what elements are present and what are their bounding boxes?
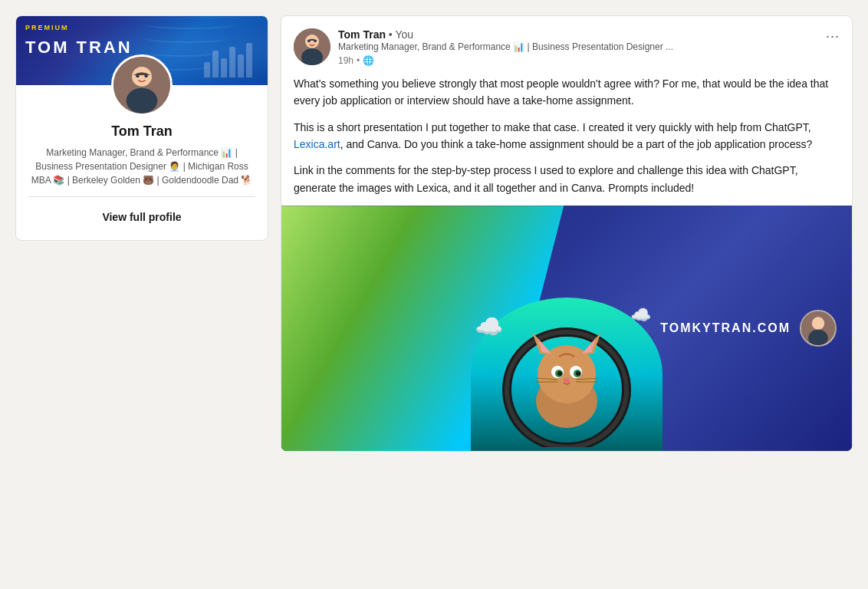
svg-point-8 xyxy=(307,40,311,43)
svg-point-4 xyxy=(144,74,148,78)
separator: • xyxy=(357,55,360,66)
view-profile-button[interactable]: View full profile xyxy=(28,206,255,228)
premium-label: PREMIUM xyxy=(25,24,69,31)
post-image-background: TOMKYTRAN.COM ☁️ ☁️ xyxy=(281,206,852,451)
globe-icon: 🌐 xyxy=(363,55,374,66)
you-badge: • You xyxy=(389,28,413,41)
svg-point-6 xyxy=(305,35,319,48)
post-card: Tom Tran • You Marketing Manager, Brand … xyxy=(281,15,853,452)
svg-point-11 xyxy=(812,317,825,330)
svg-point-2 xyxy=(127,88,158,114)
svg-point-9 xyxy=(314,40,317,43)
profile-avatar-wrapper xyxy=(16,54,268,116)
svg-point-27 xyxy=(564,378,570,383)
post-author-title: Marketing Manager, Brand & Performance 📊… xyxy=(338,41,840,54)
profile-info: Tom Tran Marketing Manager, Brand & Perf… xyxy=(16,116,268,240)
post-header: Tom Tran • You Marketing Manager, Brand … xyxy=(281,16,852,75)
post-image-cat-container: ☁️ ☁️ xyxy=(459,298,674,451)
post-meta: 19h • 🌐 xyxy=(338,55,840,66)
post-author-avatar xyxy=(294,28,330,65)
profile-avatar xyxy=(111,54,173,116)
cat-illustration xyxy=(498,317,636,447)
svg-point-25 xyxy=(557,371,562,376)
post-user-info: Tom Tran • You Marketing Manager, Brand … xyxy=(338,28,840,66)
lexica-link[interactable]: Lexica.art xyxy=(294,138,340,150)
svg-point-1 xyxy=(132,67,152,87)
post-paragraph-3: Link in the comments for the step-by-ste… xyxy=(294,162,840,196)
post-paragraph-2: This is a short presentation I put toget… xyxy=(294,119,840,153)
post-time: 19h xyxy=(338,55,353,66)
post-image-website-text: TOMKYTRAN.COM xyxy=(660,321,791,335)
svg-point-3 xyxy=(136,74,140,78)
profile-divider xyxy=(28,196,255,197)
page-wrapper: PREMIUM TOM TRAN xyxy=(15,15,853,574)
para2-pre: This is a short presentation I put toget… xyxy=(294,121,811,133)
profile-bio: Marketing Manager, Brand & Performance 📊… xyxy=(28,146,255,187)
profile-card: PREMIUM TOM TRAN xyxy=(15,15,268,241)
post-body: What's something you believe strongly th… xyxy=(281,75,852,206)
post-paragraph-1: What's something you believe strongly th… xyxy=(294,75,840,110)
svg-point-26 xyxy=(576,371,580,376)
post-image-small-avatar xyxy=(800,310,837,347)
post-more-button[interactable]: ··· xyxy=(826,28,840,44)
para2-post: , and Canva. Do you think a take-home as… xyxy=(340,138,813,150)
post-author-name: Tom Tran • You xyxy=(338,28,840,41)
post-image: TOMKYTRAN.COM ☁️ ☁️ xyxy=(281,206,852,451)
profile-name: Tom Tran xyxy=(28,123,255,140)
